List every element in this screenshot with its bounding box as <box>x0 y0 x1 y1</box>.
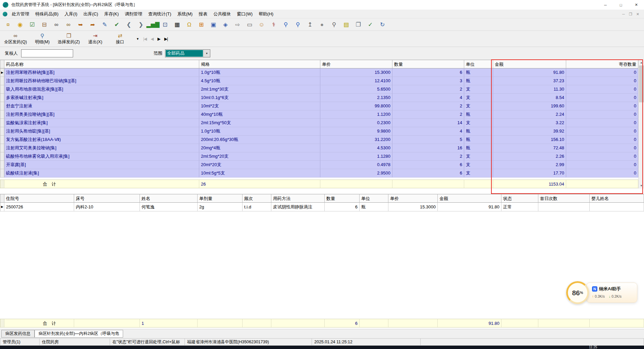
cell[interactable]: 11.30 <box>493 85 566 94</box>
cell[interactable]: 20ml*20支 <box>199 161 320 169</box>
approve-doc-icon[interactable]: ☑ <box>28 20 37 29</box>
calendar-icon[interactable]: ⊞ <box>197 20 206 29</box>
cell[interactable]: 15.3000 <box>320 68 392 77</box>
cell[interactable]: 2ml:5mg*20支 <box>199 152 320 161</box>
detail-button[interactable]: ⚲明细(M) <box>33 32 52 46</box>
cell[interactable]: 注射用奥美拉唑钠[集][基] <box>4 110 199 119</box>
column-header[interactable]: 姓名 <box>140 194 198 203</box>
first-record-button[interactable]: |◀ <box>143 37 147 41</box>
menu-item-10[interactable]: 公共模块 <box>210 10 234 18</box>
column-header[interactable]: 婴儿姓名 <box>590 194 644 203</box>
cell[interactable]: t.i.d <box>243 203 271 211</box>
column-header[interactable]: 单剂量 <box>198 194 243 203</box>
column-header[interactable]: 规格 <box>199 60 320 68</box>
close-button[interactable]: ✕ <box>629 0 644 10</box>
cell[interactable]: 9.9800 <box>320 127 392 136</box>
cell[interactable]: 1.1200 <box>320 110 392 119</box>
menu-item-4[interactable]: 出库(C) <box>80 10 101 18</box>
cell[interactable] <box>538 203 590 211</box>
cell[interactable]: 39.92 <box>493 127 566 136</box>
copy-icon[interactable]: ❐ <box>354 20 363 29</box>
table-row[interactable]: 注射用哌拉西林钠他唑巴坦钠[集][基]4.5g*10瓶12.41003瓶37.2… <box>0 77 638 85</box>
cell[interactable]: 复方氨基酸注射液(18AA-Ⅶ) <box>4 136 199 144</box>
cell[interactable]: 0 <box>566 136 638 144</box>
cell[interactable]: 0 <box>566 169 638 178</box>
mdi-minimize-button[interactable]: ─ <box>622 12 625 16</box>
cell[interactable]: 4.5g*10瓶 <box>199 77 320 85</box>
cell[interactable]: 支 <box>464 94 493 102</box>
cell[interactable]: 91.80 <box>493 68 566 77</box>
export-icon[interactable]: ↥ <box>305 20 315 29</box>
cell[interactable]: 17.70 <box>493 169 566 178</box>
cell[interactable]: 瓶 <box>464 110 493 119</box>
printer-icon[interactable]: ▭ <box>245 20 254 29</box>
cell[interactable]: 0 <box>566 127 638 136</box>
package-icon[interactable]: ▣ <box>209 20 218 29</box>
cell[interactable]: 1.1280 <box>320 152 392 161</box>
menu-item-9[interactable]: 报表 <box>196 10 210 18</box>
check-icon[interactable]: ✓ <box>366 20 375 29</box>
sphere-icon[interactable]: ● <box>317 20 327 29</box>
refresh-icon[interactable]: ↻ <box>378 20 387 29</box>
table-row[interactable]: 开塞露[基]20ml*20支0.49786支2.990 <box>0 161 638 169</box>
cell[interactable]: 内科2-10 <box>74 203 140 211</box>
cell[interactable]: 1.0g*10瓶 <box>199 68 320 77</box>
column-header[interactable]: 频次 <box>243 194 271 203</box>
cell[interactable]: 2.26 <box>493 152 566 161</box>
cell[interactable]: 8.54 <box>493 94 566 102</box>
cell[interactable]: 支 <box>464 119 493 127</box>
folder-out-icon[interactable]: ➥ <box>76 20 85 29</box>
menu-item-6[interactable]: 调剂管理 <box>122 10 145 18</box>
column-header[interactable]: 数量 <box>392 60 464 68</box>
mdi-close-button[interactable]: ✕ <box>636 12 639 16</box>
cell[interactable]: 硫酸镁注射液[集] <box>4 169 199 178</box>
binoculars-icon[interactable]: ∞ <box>52 20 61 29</box>
menu-item-2[interactable]: 特殊药品(B) <box>32 10 61 18</box>
table-row[interactable]: ▶注射用苯唑西林钠[集][基]1.0g*10瓶15.30006瓶91.800 <box>0 68 638 77</box>
column-header[interactable]: 单价 <box>320 60 392 68</box>
cell[interactable]: 37.23 <box>493 77 566 85</box>
combo-dropdown-icon[interactable]: ▼ <box>203 50 210 57</box>
cell[interactable]: 皮试阴性用静脉滴注 <box>271 203 325 211</box>
cell[interactable]: 156.10 <box>493 136 566 144</box>
dispense-all-button[interactable]: ∞全区发药(Q) <box>4 32 27 46</box>
table-row[interactable]: 多索茶碱注射液[集]10ml:0.1g*6支2.13504支8.540 <box>0 94 638 102</box>
cell[interactable]: 40mg*10瓶 <box>199 110 320 119</box>
menu-item-7[interactable]: 查询统计(T) <box>145 10 174 18</box>
column-header[interactable]: 金额 <box>438 194 501 203</box>
cell[interactable]: 0 <box>566 68 638 77</box>
cell[interactable]: 3.22 <box>493 119 566 127</box>
table-row[interactable]: 注射用奥美拉唑钠[集][基]40mg*10瓶1.12002瓶2.240 <box>0 110 638 119</box>
bell-icon[interactable]: Ω <box>184 20 194 29</box>
column-header[interactable]: 金额 <box>493 60 566 68</box>
table-row[interactable]: 盐酸氨溴索注射液[集]2ml:15mg*50支0.230014支3.220 <box>0 119 638 127</box>
coins-icon[interactable]: ◉ <box>15 20 25 29</box>
cell[interactable]: 2 <box>392 110 464 119</box>
cell[interactable]: 0.4978 <box>320 161 392 169</box>
cell[interactable]: 1.0g*10瓶 <box>199 127 320 136</box>
table-scrollbar[interactable]: ▲ ▼ <box>638 60 644 189</box>
cell[interactable]: 瓶 <box>464 136 493 144</box>
cell[interactable]: 支 <box>464 152 493 161</box>
glasses-icon[interactable]: ∞ <box>64 20 73 29</box>
column-header[interactable]: 状态 <box>501 194 538 203</box>
mdi-restore-button[interactable]: ❐ <box>629 12 632 16</box>
cell[interactable]: 何笔逸 <box>140 203 198 211</box>
cell[interactable]: 0 <box>566 152 638 161</box>
menu-item-12[interactable]: 帮助(H) <box>256 10 276 18</box>
cell[interactable]: 15.3000 <box>388 203 438 211</box>
table-row[interactable]: 复方氨基酸注射液(18AA-Ⅶ)200ml:20.65g*30瓶31.22005… <box>0 136 638 144</box>
table-row[interactable]: 注射用艾司奥美拉唑钠[集]20mg*4瓶4.530016瓶72.480 <box>0 144 638 152</box>
ledger-search-icon[interactable]: ⊟ <box>40 20 49 29</box>
cell[interactable]: 0 <box>566 119 638 127</box>
column-header[interactable]: 用药方法 <box>271 194 325 203</box>
scroll-thumb[interactable] <box>639 65 644 102</box>
next-doc-icon[interactable]: ❯ <box>136 20 146 29</box>
monitor-icon[interactable]: ⊡ <box>160 20 170 29</box>
maximize-button[interactable]: □ <box>613 0 629 10</box>
cell[interactable]: 0.2300 <box>320 119 392 127</box>
column-header[interactable]: 单位 <box>360 194 388 203</box>
cell[interactable]: 2ml:1mg*30支 <box>199 85 320 94</box>
cell[interactable]: 16 <box>392 144 464 152</box>
cell[interactable]: 瓶 <box>464 127 493 136</box>
